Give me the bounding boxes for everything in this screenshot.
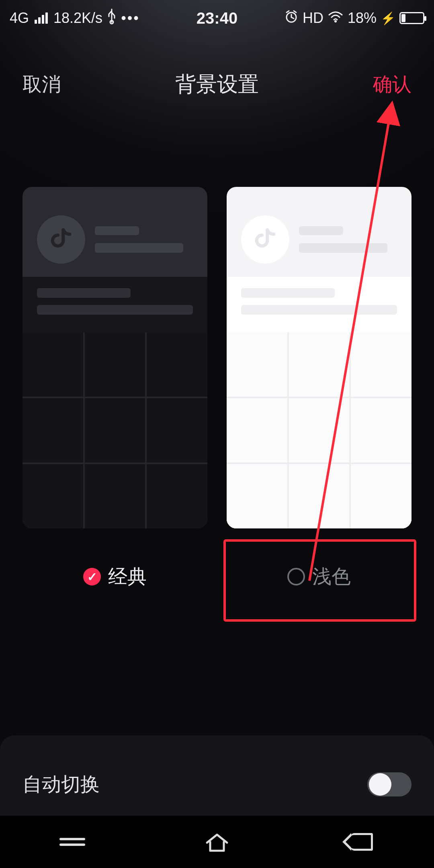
battery-percent: 18% (348, 10, 377, 27)
theme-radio-light[interactable]: 浅色 (227, 561, 411, 593)
charging-icon: ⚡ (381, 11, 395, 25)
check-icon: ✓ (83, 568, 101, 585)
battery-icon (399, 12, 424, 24)
system-back-button[interactable] (338, 828, 386, 856)
theme-card-classic[interactable] (23, 187, 207, 528)
system-menu-button[interactable] (48, 828, 96, 856)
theme-radio-classic[interactable]: ✓ 经典 (23, 561, 207, 593)
more-icon: ••• (121, 10, 140, 27)
usb-icon (106, 8, 117, 28)
system-home-button[interactable] (193, 828, 241, 856)
theme-card-light[interactable] (227, 187, 411, 528)
theme-radios: ✓ 经典 浅色 (23, 561, 411, 593)
theme-cards (23, 187, 411, 528)
network-label: 4G (10, 10, 29, 27)
svg-point-1 (334, 20, 337, 23)
auto-switch-toggle[interactable] (367, 772, 411, 796)
network-speed: 18.2K/s (53, 10, 102, 27)
auto-switch-label: 自动切换 (23, 772, 100, 797)
status-right: HD 18% ⚡ (284, 9, 424, 27)
system-nav-bar (0, 816, 434, 868)
theme-light-label: 浅色 (312, 564, 351, 590)
confirm-button[interactable]: 确认 (373, 72, 411, 97)
alarm-icon (284, 9, 299, 27)
status-time: 23:40 (197, 9, 237, 27)
page-title: 背景设置 (175, 70, 259, 98)
cancel-button[interactable]: 取消 (23, 72, 61, 97)
status-left: 4G 18.2K/s ••• (10, 8, 140, 28)
radio-empty-icon (287, 568, 305, 585)
top-nav: 取消 背景设置 确认 (0, 60, 434, 108)
douyin-icon (37, 215, 85, 264)
hd-label: HD (303, 10, 323, 27)
douyin-icon (241, 215, 289, 264)
theme-classic-label: 经典 (108, 564, 147, 590)
status-bar: 4G 18.2K/s ••• 23:40 HD 18% ⚡ (0, 0, 434, 36)
wifi-icon (328, 10, 344, 27)
signal-icon (35, 12, 48, 24)
